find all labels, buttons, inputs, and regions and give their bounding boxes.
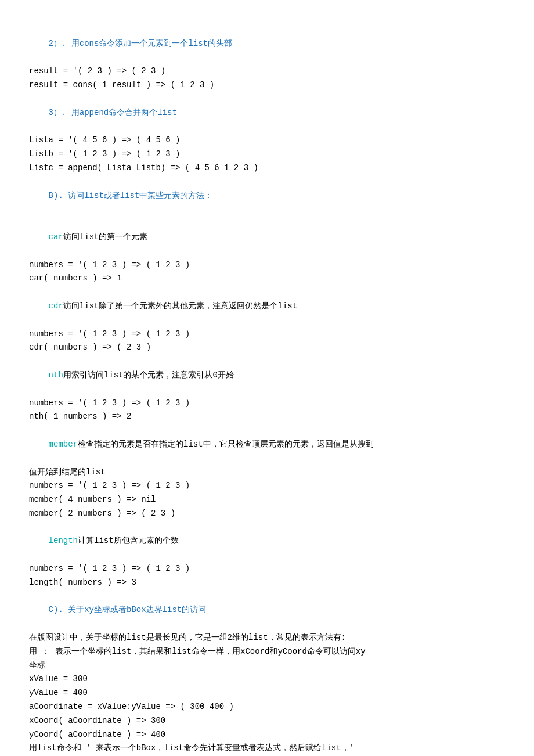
line-30: yValue = 400 <box>29 686 505 700</box>
keyword-nth: nth <box>49 370 63 380</box>
line-7: Listc = append( Lista Listb) => ( 4 5 6 … <box>29 161 505 175</box>
line-2: result = '( 2 3 ) => ( 2 3 ) <box>29 64 505 78</box>
heading-3: 3）. 用append命令合并两个list <box>49 108 177 117</box>
line-33: yCoord( aCoordinate ) => 400 <box>29 728 505 742</box>
line-21: member( 2 numbers ) => ( 2 3 ) <box>29 507 505 521</box>
line-18: member检查指定的元素是否在指定的list中，它只检查顶层元素的元素，返回值… <box>29 424 505 465</box>
heading-c: C). 关于xy坐标或者bBox边界list的访问 <box>49 605 207 614</box>
main-content: 2）. 用cons命令添加一个元素到一个list的头部 result = '( … <box>29 23 505 756</box>
line-3: result = cons( 1 result ) => ( 1 2 3 ) <box>29 78 505 92</box>
line-18b: 值开始到结尾的list <box>29 466 505 480</box>
line-27: 用 ： 表示一个坐标的list，其结果和list命令一样，用xCoord和yCo… <box>29 645 505 659</box>
line-19: numbers = '( 1 2 3 ) => ( 1 2 3 ) <box>29 479 505 493</box>
line-26: 在版图设计中，关于坐标的list是最长见的，它是一组2维的list，常见的表示方… <box>29 631 505 645</box>
line-13: numbers = '( 1 2 3 ) => ( 1 2 3 ) <box>29 327 505 341</box>
heading-2: 2）. 用cons命令添加一个元素到一个list的头部 <box>49 39 232 48</box>
keyword-car: car <box>49 232 63 242</box>
keyword-cdr: cdr <box>49 301 63 311</box>
line-12: cdr访问list除了第一个元素外的其他元素，注意返回仍然是个list <box>29 286 505 327</box>
line-6: Listb = '( 1 2 3 ) => ( 1 2 3 ) <box>29 147 505 161</box>
line-32: xCoord( aCoordinate ) => 300 <box>29 714 505 728</box>
line-23: numbers = '( 1 2 3 ) => ( 1 2 3 ) <box>29 562 505 576</box>
line-22-text: 计算list所包含元素的个数 <box>78 536 179 545</box>
line-29: xValue = 300 <box>29 672 505 686</box>
line-5: Lista = '( 4 5 6 ) => ( 4 5 6 ) <box>29 134 505 147</box>
keyword-length: length <box>49 536 78 545</box>
line-24: length( numbers ) => 3 <box>29 576 505 590</box>
line-12-text: 访问list除了第一个元素外的其他元素，注意返回仍然是个list <box>63 301 297 311</box>
line-22: length计算list所包含元素的个数 <box>29 521 505 562</box>
line-34: 用list命令和 ' 来表示一个bBox，list命令先计算变量或者表达式，然后… <box>29 741 505 755</box>
line-16: numbers = '( 1 2 3 ) => ( 1 2 3 ) <box>29 397 505 411</box>
line-18-text: 检查指定的元素是否在指定的list中，它只检查顶层元素的元素，返回值是从搜到 <box>78 440 374 449</box>
line-11: car( numbers ) => 1 <box>29 272 505 286</box>
line-1: 2）. 用cons命令添加一个元素到一个list的头部 <box>29 23 505 64</box>
line-28: 坐标 <box>29 659 505 673</box>
line-8: B). 访问list或者list中某些元素的方法： <box>29 175 505 217</box>
line-20: member( 4 numbers ) => nil <box>29 493 505 507</box>
line-31: aCoordinate = xValue:yValue => ( 300 400… <box>29 700 505 714</box>
heading-b: B). 访问list或者list中某些元素的方法： <box>49 191 213 200</box>
line-10: numbers = '( 1 2 3 ) => ( 1 2 3 ) <box>29 258 505 272</box>
line-15-text: 用索引访问list的某个元素，注意索引从0开始 <box>63 370 234 380</box>
keyword-member: member <box>49 440 78 449</box>
line-9-text: 访问list的第一个元素 <box>63 232 148 242</box>
line-25: C). 关于xy坐标或者bBox边界list的访问 <box>29 590 505 631</box>
line-15: nth用索引访问list的某个元素，注意索引从0开始 <box>29 355 505 396</box>
line-9: car访问list的第一个元素 <box>29 217 505 258</box>
line-17: nth( 1 numbers ) => 2 <box>29 410 505 424</box>
line-14: cdr( numbers ) => ( 2 3 ) <box>29 341 505 355</box>
line-4: 3）. 用append命令合并两个list <box>29 92 505 134</box>
